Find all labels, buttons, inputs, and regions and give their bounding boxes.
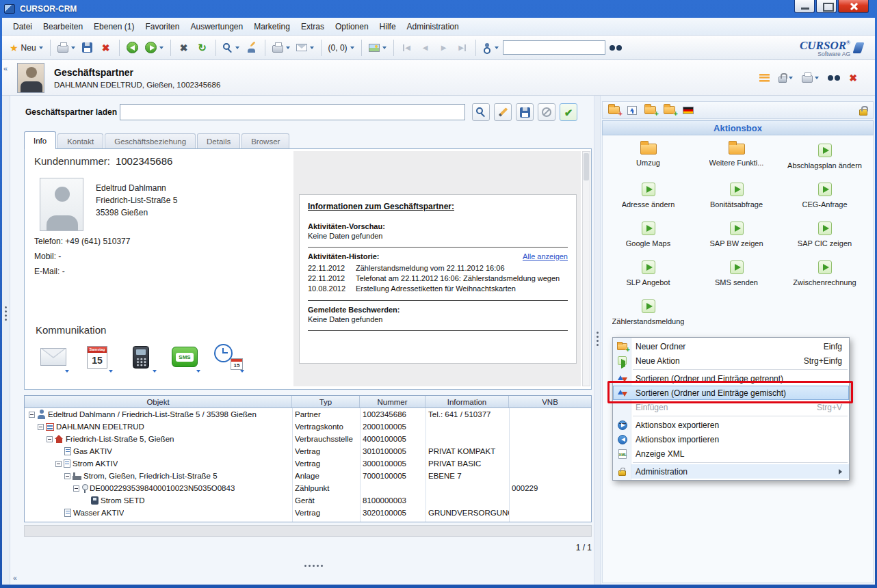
calendar-button[interactable]: Samstag15: [81, 340, 114, 373]
column-header-nummer[interactable]: Nummer: [360, 396, 426, 407]
save-button[interactable]: [79, 39, 96, 57]
selection-counter[interactable]: (0, 0): [326, 39, 356, 57]
print-report-button[interactable]: [270, 39, 292, 57]
header-search-icon[interactable]: [828, 74, 840, 82]
action-weitere-funktionen[interactable]: Weitere Funkti...: [692, 141, 781, 180]
column-header-information[interactable]: Information: [426, 396, 509, 407]
mail-button[interactable]: [294, 39, 316, 57]
ctx-aktionsbox-exportieren[interactable]: Aktionsbox exportieren: [613, 418, 849, 432]
ctx-neuer-ordner[interactable]: Neuer Ordner Einfg: [613, 339, 849, 353]
aktionsbox-lock-icon[interactable]: [859, 109, 867, 116]
menu-item-datei[interactable]: Datei: [8, 19, 38, 34]
tab-details[interactable]: Details: [197, 133, 240, 149]
new-folder-icon[interactable]: [608, 106, 620, 114]
remove-button[interactable]: ✖: [176, 39, 192, 57]
action-ceg-anfrage[interactable]: CEG-Anfrage: [781, 180, 869, 219]
table-horizontal-scrollbar[interactable]: [24, 525, 592, 537]
action-bonitaetsabfrage[interactable]: Bonitätsabfrage: [692, 180, 781, 219]
action-sap-bw-zeigen[interactable]: SAP BW zeigen: [692, 219, 781, 258]
add-folder-icon[interactable]: [644, 106, 656, 114]
action-abschlagsplan-aendern[interactable]: Abschlagsplan ändern: [781, 141, 869, 180]
minimize-button[interactable]: [794, 0, 815, 13]
phone-button[interactable]: [125, 340, 157, 373]
tab-geschaeftsbeziehung[interactable]: Geschäftsbeziehung: [105, 133, 196, 149]
column-header-vnb[interactable]: VNB: [509, 396, 591, 407]
table-row-vertrag-wasser[interactable]: Wasser AKTIV Vertrag 3020100005 GRUNDVER…: [25, 507, 591, 519]
close-view-icon[interactable]: ✖: [849, 73, 857, 83]
menu-item-optionen[interactable]: Optionen: [330, 19, 374, 34]
table-row-vertragskonto[interactable]: DAHLMANN EDELTRUD Vertragskonto 20001000…: [25, 420, 591, 433]
forward-button[interactable]: [143, 39, 166, 57]
tab-kontakt[interactable]: Kontakt: [57, 133, 103, 149]
collapse-toggle[interactable]: [29, 412, 35, 418]
header-print-button[interactable]: [802, 73, 819, 83]
collapse-toggle[interactable]: [73, 485, 79, 492]
table-row-verbrauchsstelle[interactable]: Friedrich-List-Straße 5, Gießen Verbrauc…: [25, 433, 591, 445]
menu-item-extras[interactable]: Extras: [296, 19, 330, 34]
table-row-vertrag-strom[interactable]: Strom AKTIV Vertrag 3000100005 PRIVAT BA…: [25, 457, 591, 470]
tab-info[interactable]: Info: [24, 131, 56, 149]
collapse-left-icon[interactable]: «: [3, 64, 8, 72]
menu-item-bearbeiten[interactable]: Bearbeiten: [38, 19, 88, 34]
loader-save-button[interactable]: [516, 103, 534, 121]
action-zaehlerstandsmeldung[interactable]: Zählerstandsmeldung: [604, 297, 692, 336]
action-zwischenrechnung[interactable]: Zwischenrechnung: [781, 258, 869, 297]
send-email-button[interactable]: [37, 340, 70, 373]
right-splitter-grip[interactable]: [597, 332, 599, 334]
collapse-toggle[interactable]: [47, 436, 53, 442]
image-button[interactable]: [367, 39, 389, 57]
table-row-geraet[interactable]: Strom SETD Gerät 8100000003: [25, 494, 591, 507]
right-splitter[interactable]: [594, 96, 601, 585]
collapse-toggle[interactable]: [38, 424, 44, 430]
partner-load-input[interactable]: [120, 104, 465, 120]
delete-button[interactable]: ✖: [98, 39, 114, 57]
maximize-button[interactable]: [816, 0, 837, 13]
action-umzug[interactable]: Umzug: [604, 141, 692, 180]
previous-record-button[interactable]: ◀: [417, 39, 434, 57]
left-splitter[interactable]: [2, 96, 10, 585]
bottom-splitter-grip[interactable]: [304, 565, 306, 567]
action-slp-angebot[interactable]: SLP Angebot: [604, 258, 692, 297]
ctx-aktionsbox-importieren[interactable]: Aktionsbox importieren: [613, 432, 849, 446]
info-zone-scrollbar[interactable]: [582, 151, 590, 386]
left-splitter-grip[interactable]: [5, 306, 7, 308]
loader-cancel-button[interactable]: [538, 103, 555, 121]
refresh-button[interactable]: ↻: [194, 39, 211, 57]
ctx-sortieren-getrennt[interactable]: Sortieren (Ordner und Einträge getrennt): [613, 371, 849, 386]
loader-edit-button[interactable]: [494, 103, 512, 121]
collapse-bottom-icon[interactable]: «: [13, 574, 17, 582]
edit-partner-button[interactable]: [244, 39, 260, 57]
extended-search-button[interactable]: [221, 39, 241, 57]
table-row-partner[interactable]: Edeltrud Dahlmann / Friedrich-List-Straß…: [25, 408, 591, 420]
ctx-anzeige-xml[interactable]: Anzeige XML: [613, 446, 849, 461]
appointment-button[interactable]: 15: [212, 340, 245, 373]
sms-button[interactable]: SMS: [168, 340, 201, 373]
menu-item-ebenen[interactable]: Ebenen (1): [88, 19, 140, 34]
quick-search-input[interactable]: [503, 40, 605, 55]
back-button[interactable]: [125, 39, 141, 57]
loader-search-button[interactable]: [472, 103, 490, 121]
find-button[interactable]: [607, 39, 624, 57]
first-record-button[interactable]: ◀: [399, 39, 415, 57]
alle-anzeigen-link[interactable]: Alle anzeigen: [523, 252, 568, 262]
menu-item-favoriten[interactable]: Favoriten: [140, 19, 185, 34]
next-record-button[interactable]: ▶: [436, 39, 452, 57]
collapse-toggle[interactable]: [64, 473, 70, 479]
new-button[interactable]: ★ Neu: [8, 39, 45, 57]
last-record-button[interactable]: ▶: [454, 39, 471, 57]
table-row-zaehlpunkt[interactable]: DE00022935398400010023N5035O0843 Zählpun…: [25, 482, 591, 494]
column-header-typ[interactable]: Typ: [292, 396, 360, 407]
add-action-icon[interactable]: [664, 106, 675, 114]
ctx-administration[interactable]: Administration: [613, 464, 849, 479]
parent-level-icon[interactable]: [627, 106, 637, 115]
table-row-vertrag-gas[interactable]: Gas AKTIV Vertrag 3010100005 PRIVAT KOMP…: [25, 445, 591, 457]
person-search-button[interactable]: [481, 39, 501, 57]
action-sms-senden[interactable]: SMS senden: [692, 258, 781, 297]
menu-item-auswertungen[interactable]: Auswertungen: [185, 19, 248, 34]
ctx-neue-aktion[interactable]: Neue Aktion Strg+Einfg: [613, 353, 849, 368]
menu-item-administration[interactable]: Administration: [402, 19, 464, 34]
german-language-icon[interactable]: [683, 107, 694, 114]
column-header-objekt[interactable]: Objekt: [25, 396, 292, 407]
lock-button[interactable]: [778, 72, 793, 83]
table-row-anlage[interactable]: Strom, Gießen, Friedrich-List-Straße 5 A…: [25, 470, 591, 482]
